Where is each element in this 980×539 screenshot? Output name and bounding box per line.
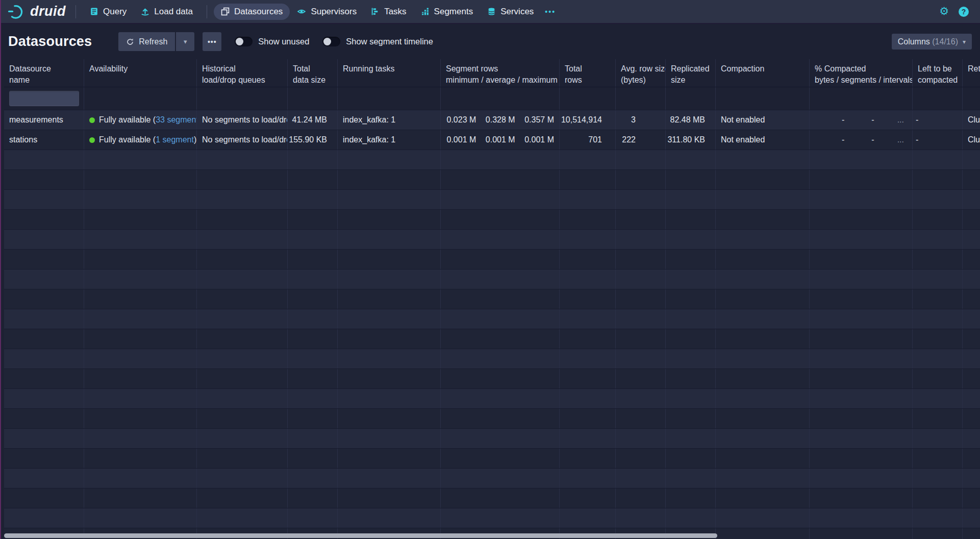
table-filter-row — [4, 87, 980, 110]
running-tasks-cell: index_kafka: 1 — [338, 110, 441, 130]
top-navigation: druid Query Load data Datasources — [0, 0, 980, 24]
nav-item-supervisors[interactable]: Supervisors — [290, 4, 364, 20]
column-header-total-rows[interactable]: Totalrows — [560, 59, 616, 87]
retention-cell: Cluster default — [963, 130, 980, 150]
table-row-empty — [4, 469, 980, 488]
settings-gear-icon[interactable]: ⚙ — [939, 6, 949, 17]
table-row-empty — [4, 170, 980, 190]
nav-more-button[interactable]: ••• — [541, 8, 560, 16]
percent-compacted-cell: --... — [810, 130, 913, 150]
column-header-replicated-size[interactable]: Replicatedsize — [666, 59, 716, 87]
table-row-empty — [4, 289, 980, 309]
total-data-size-cell: 41.24 MB — [288, 110, 338, 130]
nav-label: Load data — [154, 7, 193, 17]
nav-label: Supervisors — [311, 7, 357, 17]
show-segment-timeline-label: Show segment timeline — [346, 37, 433, 46]
segments-link[interactable]: 33 segments — [156, 115, 197, 125]
show-segment-timeline-toggle[interactable] — [322, 37, 340, 46]
segments-link[interactable]: 1 segment — [156, 135, 194, 144]
column-header-retention[interactable]: Retention — [963, 59, 980, 87]
availability-cell: Fully available (1 segment) — [84, 130, 197, 150]
table-row-empty — [4, 329, 980, 349]
total-data-size-cell: 155.90 KB — [288, 130, 338, 150]
toggle-knob — [323, 38, 331, 45]
load-drop-cell: No segments to load/drop — [197, 110, 288, 130]
column-header-running-tasks[interactable]: Running tasks — [338, 59, 441, 87]
nav-item-datasources[interactable]: Datasources — [214, 4, 290, 20]
window-edge-stripe — [0, 0, 1, 539]
column-header-left-to-be-compacted[interactable]: Left to becompacted — [913, 59, 963, 87]
refresh-split-button: Refresh ▾ — [118, 32, 194, 51]
eye-icon — [297, 7, 306, 16]
datasource-name-filter-input[interactable] — [9, 91, 79, 106]
table-row-empty — [4, 429, 980, 449]
nav-item-services[interactable]: Services — [480, 4, 541, 20]
nav-label: Tasks — [384, 7, 406, 17]
table-row-empty — [4, 389, 980, 409]
load-drop-cell: No segments to load/drop — [197, 130, 288, 150]
nav-label: Segments — [434, 7, 473, 17]
column-header-avg-row-size[interactable]: Avg. row size(bytes) — [616, 59, 666, 87]
refresh-button[interactable]: Refresh — [118, 32, 175, 51]
show-unused-group: Show unused — [235, 37, 309, 46]
table-row-empty — [4, 409, 980, 429]
toolbar-more-button[interactable]: ••• — [203, 32, 221, 51]
table-row-empty — [4, 349, 980, 369]
segment-rows-cell: 0.023 M0.328 M0.357 M — [441, 110, 560, 130]
database-icon — [487, 7, 496, 16]
nav-divider — [207, 5, 207, 18]
toggle-knob — [236, 38, 243, 45]
datasources-table: Datasourcename Availability Historicallo… — [4, 59, 980, 539]
query-icon — [90, 7, 98, 16]
column-header-load-drop-queues[interactable]: Historicalload/drop queues — [197, 59, 288, 87]
show-unused-label: Show unused — [258, 37, 309, 46]
druid-logo-icon — [7, 4, 26, 19]
nav-label: Services — [500, 7, 534, 17]
retention-cell: Cluster default — [963, 110, 980, 130]
replicated-size-cell: 311.80 KB — [666, 130, 716, 150]
column-header-total-data-size[interactable]: Totaldata size — [288, 59, 338, 87]
nav-item-segments[interactable]: Segments — [414, 4, 481, 20]
refresh-icon — [126, 38, 134, 46]
table-row-empty — [4, 190, 980, 210]
druid-logo[interactable]: druid — [7, 4, 66, 19]
column-header-segment-rows[interactable]: Segment rowsminimum / average / maximum — [441, 59, 560, 87]
table-row-empty — [4, 369, 980, 389]
percent-compacted-cell: --... — [810, 110, 913, 130]
left-to-be-compacted-cell: - — [913, 110, 963, 130]
upload-icon — [141, 7, 149, 16]
table-row-empty — [4, 150, 980, 170]
replicated-size-cell: 82.48 MB — [666, 110, 716, 130]
table-row-empty — [4, 449, 980, 469]
table-row-empty — [4, 250, 980, 270]
fully-available-status-dot — [89, 137, 95, 143]
toolbar: Datasources Refresh ▾ ••• Show unused Sh… — [0, 24, 980, 59]
column-header-percent-compacted[interactable]: % Compactedbytes / segments / intervals — [810, 59, 913, 87]
table-row-empty — [4, 230, 980, 250]
nav-item-load-data[interactable]: Load data — [134, 4, 200, 20]
column-header-compaction[interactable]: Compaction — [716, 59, 810, 87]
help-icon[interactable]: ? — [959, 7, 969, 17]
nav-item-query[interactable]: Query — [83, 4, 134, 20]
avg-row-size-cell: 222 — [616, 130, 666, 150]
refresh-dropdown-button[interactable]: ▾ — [176, 32, 194, 51]
empty-rows — [4, 150, 980, 539]
availability-cell: Fully available (33 segments) — [84, 110, 197, 130]
topnav-right: ⚙ ? — [939, 6, 972, 17]
refresh-label: Refresh — [139, 37, 167, 46]
table-row-stations: stations Fully available (1 segment) No … — [4, 130, 980, 150]
column-header-datasource-name[interactable]: Datasourcename — [4, 59, 84, 87]
nav-item-tasks[interactable]: Tasks — [364, 4, 413, 20]
datasources-icon — [221, 7, 230, 16]
avg-row-size-cell: 3 — [616, 110, 666, 130]
columns-button[interactable]: Columns (14/16) ▾ — [892, 34, 972, 50]
datasource-name-cell: measurements — [4, 110, 84, 130]
table-row-empty — [4, 270, 980, 289]
segment-rows-cell: 0.001 M0.001 M0.001 M — [441, 130, 560, 150]
table-row-empty — [4, 210, 980, 230]
horizontal-scrollbar-thumb[interactable] — [4, 533, 717, 538]
datasource-name-cell: stations — [4, 130, 84, 150]
table-row-empty — [4, 309, 980, 329]
show-unused-toggle[interactable] — [235, 37, 253, 46]
column-header-availability[interactable]: Availability — [84, 59, 197, 87]
